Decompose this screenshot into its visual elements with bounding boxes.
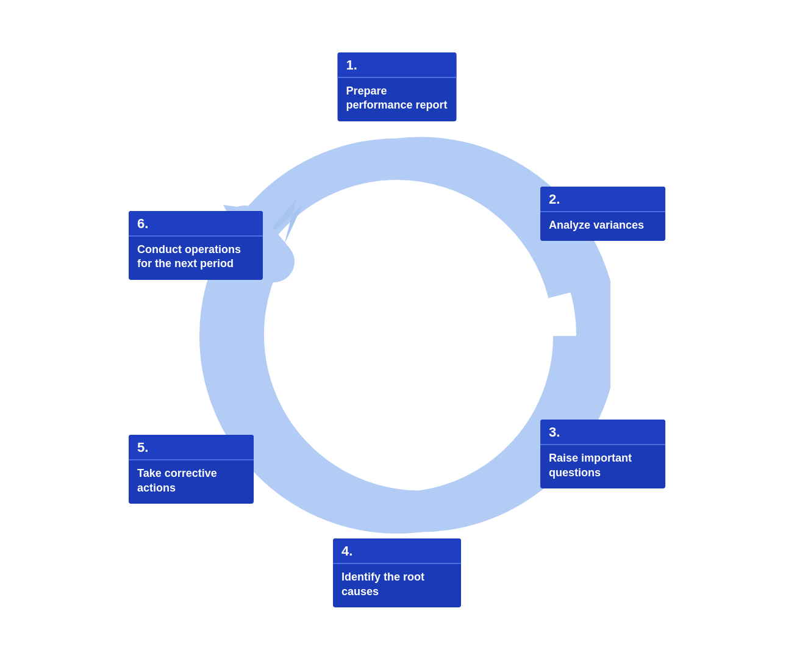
- step-6-header: 6.: [129, 211, 263, 237]
- step-3-header: 3.: [540, 420, 665, 445]
- step-5-header: 5.: [129, 435, 254, 460]
- step-1-text: Prepare performance report: [346, 85, 448, 111]
- step-5-card: 5. Take corrective actions: [129, 435, 254, 504]
- step-3-text: Raise important questions: [549, 452, 632, 478]
- step-6-body: Conduct operations for the next period: [129, 237, 263, 280]
- step-3-card: 3. Raise important questions: [540, 420, 665, 488]
- step-4-number: 4.: [342, 543, 352, 559]
- step-4-header: 4.: [333, 538, 461, 564]
- step-2-text: Analyze variances: [549, 219, 644, 231]
- step-3-number: 3.: [549, 424, 560, 440]
- step-3-body: Raise important questions: [540, 445, 665, 488]
- diagram-container: 1. Prepare performance report 2. Analyze…: [123, 46, 671, 626]
- step-2-number: 2.: [549, 191, 560, 207]
- step-4-card: 4. Identify the root causes: [333, 538, 461, 607]
- step-5-text: Take corrective actions: [137, 467, 217, 493]
- step-2-body: Analyze variances: [540, 212, 665, 241]
- step-6-text: Conduct operations for the next period: [137, 243, 241, 270]
- step-5-number: 5.: [137, 440, 148, 455]
- step-4-text: Identify the root causes: [342, 571, 424, 597]
- step-4-body: Identify the root causes: [333, 564, 461, 607]
- step-1-body: Prepare performance report: [338, 78, 457, 121]
- step-1-number: 1.: [346, 57, 357, 73]
- step-6-card: 6. Conduct operations for the next perio…: [129, 211, 263, 280]
- step-1-card: 1. Prepare performance report: [338, 52, 457, 121]
- step-2-card: 2. Analyze variances: [540, 187, 665, 241]
- step-6-number: 6.: [137, 216, 148, 231]
- step-1-header: 1.: [338, 52, 457, 78]
- step-5-body: Take corrective actions: [129, 460, 254, 504]
- step-2-header: 2.: [540, 187, 665, 212]
